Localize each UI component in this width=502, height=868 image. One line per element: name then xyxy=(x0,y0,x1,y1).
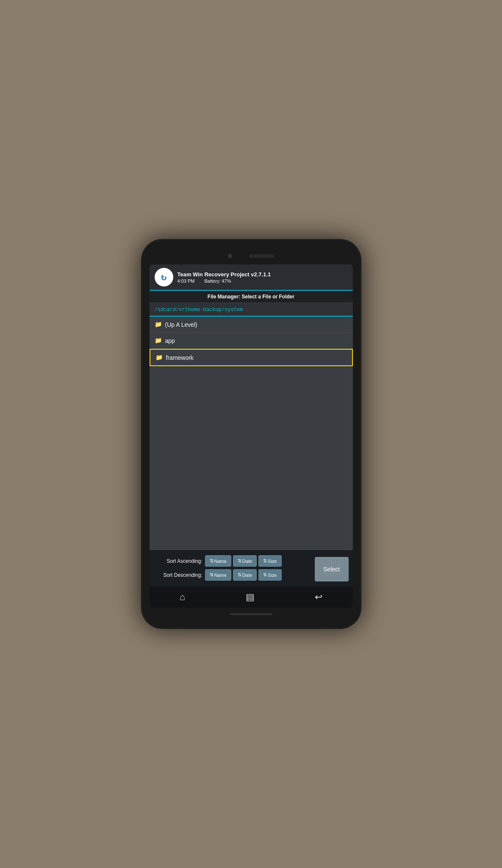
sort-cols: Sort Ascending: ⇅ Name ⇅ Date ⇅ xyxy=(154,555,312,583)
back-icon: ↩ xyxy=(315,593,322,602)
page-title-bar: File Manager: Select a File or Folder xyxy=(150,291,353,303)
twrp-info: Team Win Recovery Project v2.7.1.1 4:03 … xyxy=(178,271,348,284)
menu-button[interactable]: ▤ xyxy=(241,590,260,604)
file-name: (Up A Level) xyxy=(165,321,197,328)
back-button[interactable]: ↩ xyxy=(310,590,327,604)
sort-name-label: Name xyxy=(214,559,227,564)
sort-arrows-icon: ⇅ xyxy=(210,558,214,564)
menu-icon: ▤ xyxy=(246,593,255,602)
nav-bar: ⌂ ▤ ↩ xyxy=(150,587,353,608)
app-title: Team Win Recovery Project v2.7.1.1 xyxy=(178,271,348,278)
sort-desc-date-button[interactable]: ⇅ Date xyxy=(233,569,257,581)
current-path: /sdcard/vrtheme-backup/system xyxy=(155,307,243,313)
sort-size-label: Size xyxy=(268,573,277,578)
sort-ascending-buttons: ⇅ Name ⇅ Date ⇅ Size xyxy=(205,555,282,567)
home-button[interactable]: ⌂ xyxy=(175,590,190,604)
folder-icon: 📁 xyxy=(155,321,162,328)
speaker xyxy=(249,254,275,258)
sort-asc-name-button[interactable]: ⇅ Name xyxy=(205,555,231,567)
list-item-selected[interactable]: 📁 framework xyxy=(150,349,353,366)
list-item[interactable]: 📁 (Up A Level) xyxy=(150,317,353,333)
list-item[interactable]: 📁 app xyxy=(150,333,353,349)
sort-arrows-icon: ⇅ xyxy=(210,572,214,578)
front-camera xyxy=(228,254,232,258)
path-bar: /sdcard/vrtheme-backup/system xyxy=(150,303,353,317)
sort-ascending-row: Sort Ascending: ⇅ Name ⇅ Date ⇅ xyxy=(154,555,312,567)
twrp-header: ↻ Team Win Recovery Project v2.7.1.1 4:0… xyxy=(150,264,353,291)
sort-arrows-icon: ⇅ xyxy=(263,572,267,578)
twrp-logo: ↻ xyxy=(155,268,173,287)
sort-desc-size-button[interactable]: ⇅ Size xyxy=(258,569,281,581)
file-list: 📁 (Up A Level) 📁 app 📁 framework xyxy=(150,317,353,550)
page-title: File Manager: Select a File or Folder xyxy=(208,294,294,300)
sort-asc-date-button[interactable]: ⇅ Date xyxy=(233,555,257,567)
phone-top-bar xyxy=(150,248,353,264)
sort-arrows-icon: ⇅ xyxy=(238,572,241,578)
sort-rows-wrapper: Sort Ascending: ⇅ Name ⇅ Date ⇅ xyxy=(154,555,349,583)
bottom-controls: Sort Ascending: ⇅ Name ⇅ Date ⇅ xyxy=(150,550,353,587)
time-display: 4:03 PM xyxy=(178,278,195,284)
battery-display: Battery: 47% xyxy=(205,278,231,284)
sort-name-label: Name xyxy=(214,573,227,578)
select-btn-container: Select xyxy=(315,555,349,583)
sort-date-label: Date xyxy=(242,559,252,564)
phone-device: ↻ Team Win Recovery Project v2.7.1.1 4:0… xyxy=(141,239,361,629)
sort-descending-buttons: ⇅ Name ⇅ Date ⇅ Size xyxy=(205,569,282,581)
twrp-logo-icon: ↻ xyxy=(161,272,166,283)
sort-arrows-icon: ⇅ xyxy=(238,558,241,564)
sort-descending-row: Sort Descending: ⇅ Name ⇅ Date ⇅ xyxy=(154,569,312,581)
folder-icon: 📁 xyxy=(155,354,163,361)
status-bar: 4:03 PM Battery: 47% xyxy=(178,278,348,284)
phone-bottom xyxy=(230,608,272,620)
sort-date-label: Date xyxy=(242,573,252,578)
home-indicator xyxy=(230,613,272,615)
home-icon: ⌂ xyxy=(180,593,185,602)
screen: ↻ Team Win Recovery Project v2.7.1.1 4:0… xyxy=(150,264,353,608)
file-name: app xyxy=(165,337,175,344)
sort-descending-label: Sort Descending: xyxy=(154,572,202,578)
file-name: framework xyxy=(166,354,194,361)
sort-arrows-icon: ⇅ xyxy=(263,558,267,564)
sort-desc-name-button[interactable]: ⇅ Name xyxy=(205,569,231,581)
sort-size-label: Size xyxy=(268,559,277,564)
sort-asc-size-button[interactable]: ⇅ Size xyxy=(258,555,281,567)
select-button[interactable]: Select xyxy=(315,557,349,581)
sort-ascending-label: Sort Ascending: xyxy=(154,558,202,564)
folder-icon: 📁 xyxy=(155,337,162,344)
